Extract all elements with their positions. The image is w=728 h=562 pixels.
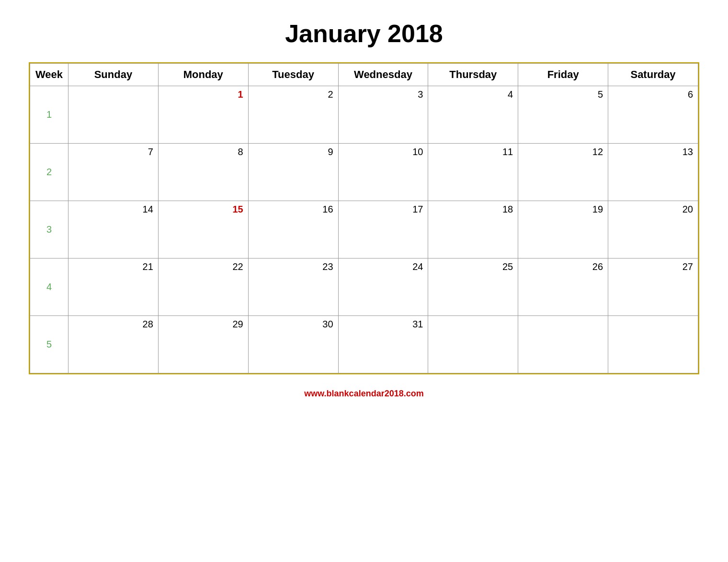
calendar-page: January 2018 WeekSundayMondayTuesdayWedn… — [0, 0, 728, 562]
day-number: 4 — [433, 89, 513, 100]
week-row: 421222324252627 — [30, 259, 698, 316]
day-number: 21 — [73, 261, 153, 272]
day-cell: 1 — [158, 86, 248, 144]
day-cell: 17 — [338, 201, 428, 259]
header-friday: Friday — [518, 64, 608, 86]
week-number: 2 — [30, 144, 68, 201]
day-cell: 14 — [68, 201, 159, 259]
day-cell: 26 — [518, 259, 608, 316]
day-cell: 13 — [608, 144, 698, 201]
day-number: 22 — [163, 261, 243, 272]
day-number: 5 — [523, 89, 603, 100]
footer-url: www.blankcalendar2018.com — [304, 389, 423, 398]
day-cell: 27 — [608, 259, 698, 316]
header-wednesday: Wednesday — [338, 64, 428, 86]
day-cell — [68, 86, 159, 144]
day-cell: 29 — [158, 316, 248, 373]
day-cell: 20 — [608, 201, 698, 259]
day-number: 20 — [613, 204, 693, 215]
day-cell: 7 — [68, 144, 159, 201]
day-number: 2 — [253, 89, 333, 100]
day-cell: 22 — [158, 259, 248, 316]
day-number: 17 — [343, 204, 423, 215]
day-number: 16 — [253, 204, 333, 215]
day-cell: 9 — [248, 144, 338, 201]
day-cell: 30 — [248, 316, 338, 373]
header-saturday: Saturday — [608, 64, 698, 86]
day-number: 11 — [433, 146, 513, 157]
day-number: 14 — [73, 204, 153, 215]
day-cell: 31 — [338, 316, 428, 373]
week-row: 314151617181920 — [30, 201, 698, 259]
calendar-wrapper: WeekSundayMondayTuesdayWednesdayThursday… — [29, 62, 699, 374]
day-number: 18 — [433, 204, 513, 215]
day-cell — [428, 316, 518, 373]
day-number: 28 — [73, 319, 153, 330]
day-number: 30 — [253, 319, 333, 330]
day-number: 7 — [73, 146, 153, 157]
day-number: 1 — [163, 89, 243, 100]
calendar-title: January 2018 — [285, 19, 443, 48]
day-cell: 10 — [338, 144, 428, 201]
calendar-table: WeekSundayMondayTuesdayWednesdayThursday… — [30, 63, 698, 373]
day-number: 25 — [433, 261, 513, 272]
day-number: 23 — [253, 261, 333, 272]
day-number: 15 — [163, 204, 243, 215]
day-number: 9 — [253, 146, 333, 157]
day-cell — [518, 316, 608, 373]
day-number: 13 — [613, 146, 693, 157]
day-cell: 4 — [428, 86, 518, 144]
week-number: 4 — [30, 259, 68, 316]
week-row: 278910111213 — [30, 144, 698, 201]
day-number: 24 — [343, 261, 423, 272]
day-cell: 3 — [338, 86, 428, 144]
day-cell: 2 — [248, 86, 338, 144]
day-cell: 24 — [338, 259, 428, 316]
header-thursday: Thursday — [428, 64, 518, 86]
day-cell: 21 — [68, 259, 159, 316]
day-cell: 6 — [608, 86, 698, 144]
day-cell: 15 — [158, 201, 248, 259]
header-row: WeekSundayMondayTuesdayWednesdayThursday… — [30, 64, 698, 86]
day-cell: 23 — [248, 259, 338, 316]
day-cell: 11 — [428, 144, 518, 201]
day-cell: 5 — [518, 86, 608, 144]
header-monday: Monday — [158, 64, 248, 86]
day-cell: 16 — [248, 201, 338, 259]
week-number: 5 — [30, 316, 68, 373]
day-cell: 28 — [68, 316, 159, 373]
day-cell: 18 — [428, 201, 518, 259]
day-number: 27 — [613, 261, 693, 272]
week-number: 1 — [30, 86, 68, 144]
footer-link: www.blankcalendar2018.com — [304, 389, 423, 399]
day-number: 31 — [343, 319, 423, 330]
day-number: 26 — [523, 261, 603, 272]
day-cell — [608, 316, 698, 373]
day-cell: 12 — [518, 144, 608, 201]
header-sunday: Sunday — [68, 64, 159, 86]
day-number: 29 — [163, 319, 243, 330]
week-number: 3 — [30, 201, 68, 259]
day-cell: 25 — [428, 259, 518, 316]
day-number: 3 — [343, 89, 423, 100]
day-number: 12 — [523, 146, 603, 157]
day-number: 8 — [163, 146, 243, 157]
day-cell: 8 — [158, 144, 248, 201]
day-cell: 19 — [518, 201, 608, 259]
header-week: Week — [30, 64, 68, 86]
day-number: 19 — [523, 204, 603, 215]
week-row: 528293031 — [30, 316, 698, 373]
day-number: 6 — [613, 89, 693, 100]
day-number: 10 — [343, 146, 423, 157]
header-tuesday: Tuesday — [248, 64, 338, 86]
week-row: 1123456 — [30, 86, 698, 144]
